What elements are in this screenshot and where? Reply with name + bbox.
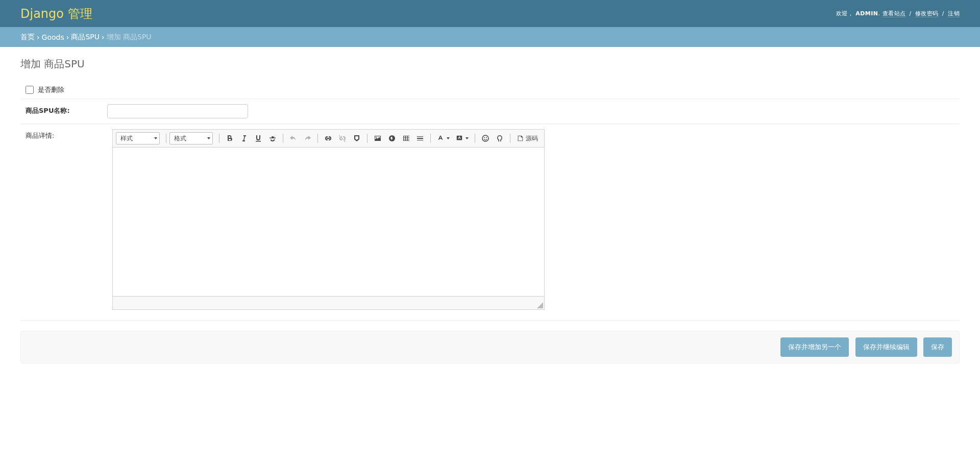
underline-button[interactable] (251, 132, 265, 145)
ckeditor-toolbar: 样式 格式 (113, 130, 544, 148)
format-combo[interactable]: 格式 (169, 132, 213, 144)
save-add-another-button[interactable] (780, 337, 849, 357)
is-delete-checkbox[interactable] (26, 86, 34, 94)
content: 增加 商品SPU 是否删除 商品SPU名称: 商品详情: 样式 (0, 47, 980, 394)
image-button[interactable] (371, 132, 385, 145)
change-password-link[interactable]: 修改密码 (915, 10, 939, 17)
field-detail: 商品详情: 样式 格式 (20, 124, 960, 321)
unlink-button[interactable] (335, 132, 350, 145)
flash-button[interactable] (385, 132, 399, 145)
breadcrumbs: 首页 › Goods › 商品SPU › 增加 商品SPU (0, 27, 980, 47)
smiley-button[interactable] (478, 132, 493, 145)
name-input[interactable] (107, 104, 248, 118)
bgcolor-button[interactable] (453, 132, 472, 145)
ckeditor-content[interactable] (113, 148, 544, 296)
view-site-link[interactable]: 查看站点 (883, 10, 906, 17)
save-continue-button[interactable] (855, 337, 917, 357)
welcome-text: 欢迎， (836, 10, 854, 17)
submit-row (20, 331, 960, 363)
anchor-button[interactable] (350, 132, 364, 145)
svg-point-4 (486, 137, 487, 138)
user-tools: 欢迎， ADMIN. 查看站点 / 修改密码 / 注销 (836, 10, 960, 17)
ckeditor: 样式 格式 (112, 129, 545, 310)
logout-link[interactable]: 注销 (948, 10, 960, 17)
specialchar-button[interactable] (493, 132, 507, 145)
is-delete-label[interactable]: 是否删除 (38, 85, 64, 94)
svg-point-3 (484, 137, 485, 138)
header: Django 管理 欢迎， ADMIN. 查看站点 / 修改密码 / 注销 (0, 0, 980, 27)
textcolor-button[interactable] (434, 132, 453, 145)
username: ADMIN (855, 10, 878, 17)
page-title: 增加 商品SPU (20, 57, 960, 71)
hr-button[interactable] (413, 132, 428, 145)
link-button[interactable] (321, 132, 335, 145)
italic-button[interactable] (237, 132, 251, 145)
undo-button[interactable] (286, 132, 301, 145)
field-is-delete: 是否删除 (20, 81, 960, 99)
redo-button[interactable] (301, 132, 315, 145)
styles-combo[interactable]: 样式 (116, 132, 160, 144)
svg-point-2 (482, 135, 488, 141)
ckeditor-resizer[interactable] (537, 302, 543, 308)
ckeditor-bottom (113, 296, 544, 309)
name-label: 商品SPU名称: (26, 104, 107, 115)
detail-label: 商品详情: (26, 129, 107, 140)
bold-button[interactable] (223, 132, 237, 145)
source-button[interactable]: 源码 (513, 132, 541, 145)
strike-button[interactable] (265, 132, 280, 145)
site-name-link[interactable]: Django 管理 (20, 7, 92, 21)
site-name: Django 管理 (20, 6, 92, 22)
save-button[interactable] (923, 337, 952, 357)
breadcrumb-app[interactable]: Goods (42, 33, 64, 41)
table-button[interactable] (399, 132, 413, 145)
field-name: 商品SPU名称: (20, 99, 960, 124)
breadcrumb-model[interactable]: 商品SPU (71, 33, 100, 42)
change-form: 是否删除 商品SPU名称: 商品详情: 样式 格式 (20, 81, 960, 363)
breadcrumb-home[interactable]: 首页 (20, 33, 35, 42)
breadcrumb-current: 增加 商品SPU (107, 33, 152, 42)
